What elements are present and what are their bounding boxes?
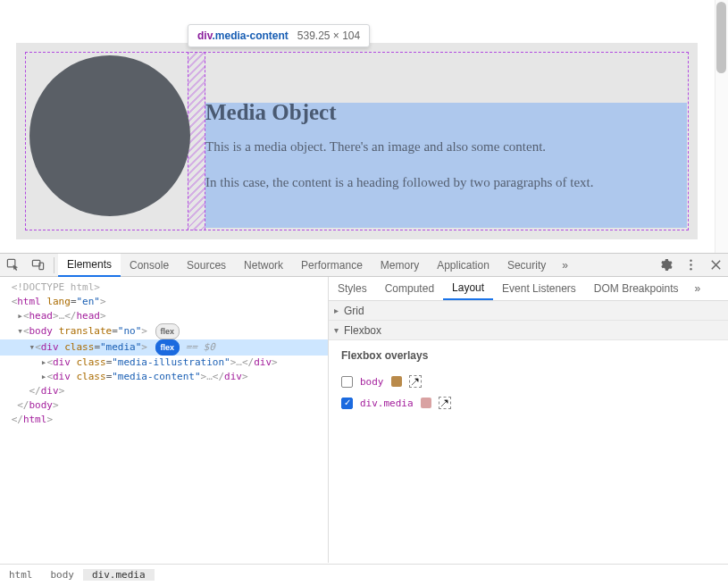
overlay-checkbox-media[interactable] <box>341 398 353 409</box>
overlay-checkbox-body[interactable] <box>341 376 353 388</box>
flexbox-overlays: Flexbox overlays body div.media <box>329 340 728 414</box>
dom-media-content[interactable]: ▸<div class="media-content">…</div> <box>0 370 328 384</box>
devtools-window: Media Object This is a media object. The… <box>0 0 728 586</box>
side-tab-event-listeners[interactable]: Event Listeners <box>493 277 585 300</box>
flex-badge-active[interactable]: flex <box>155 339 180 356</box>
svg-point-3 <box>690 260 691 262</box>
tab-memory[interactable]: Memory <box>372 254 428 277</box>
element-tooltip: div.media-content 539.25 × 104 <box>188 24 370 47</box>
dom-head[interactable]: ▸<head>…</head> <box>0 309 328 323</box>
svg-point-4 <box>690 264 691 265</box>
dom-doctype[interactable]: <!DOCTYPE html> <box>0 280 328 295</box>
media-heading: Media Object <box>205 100 336 125</box>
section-grid[interactable]: ▸Grid <box>329 301 728 321</box>
overlay-label-media[interactable]: div.media <box>360 398 414 409</box>
tab-performance[interactable]: Performance <box>292 254 372 277</box>
settings-icon[interactable] <box>653 254 678 277</box>
tab-network[interactable]: Network <box>235 254 292 277</box>
tab-console[interactable]: Console <box>121 254 178 277</box>
section-flexbox[interactable]: ▾Flexbox <box>329 321 728 340</box>
dom-html-open[interactable]: <html lang="en"> <box>0 295 328 309</box>
overlay-picker-media[interactable] <box>439 397 451 409</box>
dom-html-close[interactable]: </html> <box>0 413 328 427</box>
dom-body-close[interactable]: </body> <box>0 398 328 413</box>
close-icon[interactable] <box>703 254 728 277</box>
crumb-media[interactable]: div.media <box>83 569 155 581</box>
dom-tree[interactable]: <!DOCTYPE html> <html lang="en"> ▸<head>… <box>0 277 329 563</box>
flex-overlay-gap <box>188 52 205 230</box>
tab-elements[interactable]: Elements <box>58 254 121 277</box>
separator <box>54 257 54 273</box>
media-illustration <box>29 55 190 216</box>
overlay-picker-body[interactable] <box>409 375 422 388</box>
tab-security[interactable]: Security <box>498 254 555 277</box>
tabs-overflow[interactable]: » <box>555 254 575 277</box>
media-container: Media Object This is a media object. The… <box>16 43 698 239</box>
page-viewport: Media Object This is a media object. The… <box>0 0 728 253</box>
dom-media-open[interactable]: ▾<div class="media"> flex == $0 <box>0 339 328 356</box>
overlay-row-media: div.media <box>341 392 715 414</box>
devtools-toolbar: Elements Console Sources Network Perform… <box>0 253 728 277</box>
overlay-swatch-media[interactable] <box>421 398 431 408</box>
media-paragraph-1: This is a media object. There's an image… <box>205 139 546 155</box>
scrollbar[interactable] <box>715 0 728 253</box>
crumb-body[interactable]: body <box>42 569 84 581</box>
tab-application[interactable]: Application <box>428 254 498 277</box>
tab-sources[interactable]: Sources <box>178 254 235 277</box>
dom-body-open[interactable]: ▾<body translate="no"> flex <box>0 323 328 339</box>
dom-media-close[interactable]: </div> <box>0 384 328 398</box>
side-tabs: Styles Computed Layout Event Listeners D… <box>329 277 728 301</box>
overlay-swatch-body[interactable] <box>391 376 402 387</box>
device-toggle-icon[interactable] <box>25 254 50 277</box>
side-tab-computed[interactable]: Computed <box>376 277 443 300</box>
devtools-tabs: Elements Console Sources Network Perform… <box>58 254 653 277</box>
side-tab-dom-breakpoints[interactable]: DOM Breakpoints <box>585 277 688 300</box>
flex-badge[interactable]: flex <box>155 323 180 339</box>
scrollbar-thumb[interactable] <box>716 2 726 73</box>
overlay-label-body[interactable]: body <box>360 376 384 388</box>
styles-panel: Styles Computed Layout Event Listeners D… <box>329 277 728 563</box>
kebab-menu-icon[interactable] <box>678 254 703 277</box>
dom-media-illustration[interactable]: ▸<div class="media-illustration">…</div> <box>0 356 328 370</box>
breadcrumbs: html body div.media <box>0 564 728 585</box>
svg-point-5 <box>690 268 691 270</box>
tooltip-dimensions: 539.25 × 104 <box>297 29 360 42</box>
flex-overlays-title: Flexbox overlays <box>341 349 715 362</box>
tooltip-selector: div.media-content <box>197 29 289 42</box>
side-tabs-overflow[interactable]: » <box>688 282 708 295</box>
inspect-icon[interactable] <box>0 254 25 277</box>
side-tab-styles[interactable]: Styles <box>329 277 376 300</box>
side-tab-layout[interactable]: Layout <box>443 277 493 300</box>
media-paragraph-2: In this case, the content is a heading f… <box>205 175 593 190</box>
overlay-row-body: body <box>341 371 715 392</box>
crumb-html[interactable]: html <box>0 569 42 581</box>
